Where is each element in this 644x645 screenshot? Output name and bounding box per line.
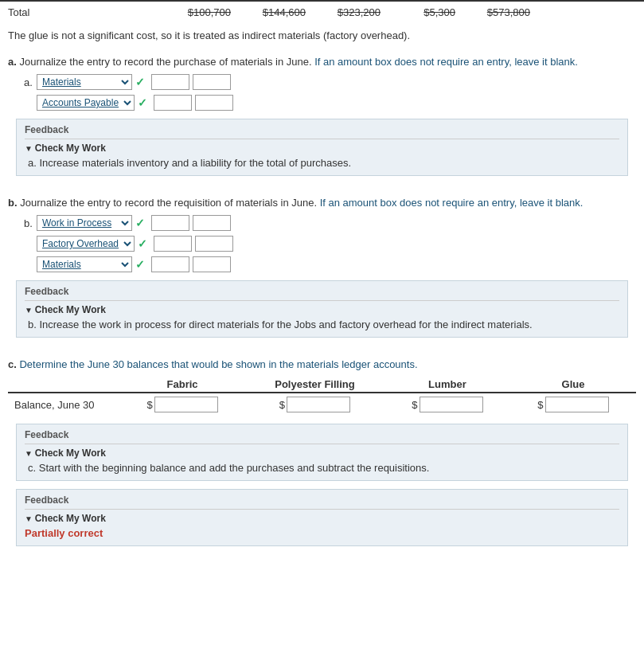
section-a-instruction: a. Journalize the entry to record the pu… <box>8 56 636 68</box>
check-my-work-a[interactable]: Check My Work <box>25 143 619 154</box>
accounts-payable-dropdown-group: Accounts Payable ✓ <box>37 95 150 111</box>
section-b: b. Journalize the entry to record the re… <box>0 190 644 352</box>
materials-b-input-pair <box>151 256 231 272</box>
feedback-b-title: Feedback <box>25 286 619 297</box>
materials-b-dropdown-group: Materials ✓ <box>37 256 148 272</box>
materials-b-checkmark: ✓ <box>135 258 145 271</box>
factory-overhead-input-pair <box>154 236 233 252</box>
materials-dropdown-group: Materials ✓ <box>37 74 148 90</box>
total-label: Total <box>8 6 167 18</box>
feedback-b: Feedback Check My Work b. Increase the w… <box>16 280 628 338</box>
materials-b-debit-input[interactable] <box>151 256 189 272</box>
accounts-payable-debit-input[interactable] <box>154 95 192 111</box>
wip-debit-input[interactable] <box>151 215 189 231</box>
total-val5: $573,800 <box>474 6 530 18</box>
feedback-a-divider <box>25 139 619 139</box>
col-header-polyester: Polyester Filling <box>245 377 384 393</box>
total-val1: $100,700 <box>175 6 231 18</box>
materials-credit-input[interactable] <box>193 74 231 90</box>
lumber-balance-input[interactable] <box>420 397 483 412</box>
materials-input-pair <box>151 74 231 90</box>
accounts-payable-select[interactable]: Accounts Payable <box>37 95 135 111</box>
glue-balance-input[interactable] <box>545 397 609 412</box>
feedback-a-title: Feedback <box>25 124 619 135</box>
col-header-glue: Glue <box>510 377 636 393</box>
accounts-payable-checkmark: ✓ <box>138 96 147 109</box>
section-c: c. Determine the June 30 balances that w… <box>0 352 644 561</box>
partially-correct-label: Partially correct <box>25 527 619 539</box>
materials-b-credit-input[interactable] <box>193 256 231 272</box>
balance-row: Balance, June 30 $ $ $ <box>8 393 636 416</box>
balance-row-label: Balance, June 30 <box>8 393 119 416</box>
factory-overhead-debit-input[interactable] <box>154 236 192 252</box>
materials-debit-input[interactable] <box>151 74 189 90</box>
materials-select[interactable]: Materials <box>37 74 132 90</box>
feedback-c1-divider <box>25 444 619 444</box>
section-c-table: Fabric Polyester Filling Lumber Glue Bal… <box>8 377 636 416</box>
row-b-prefix: b. <box>24 217 37 229</box>
total-val3: $323,200 <box>325 6 381 18</box>
wip-input-pair <box>151 215 231 231</box>
factory-overhead-dropdown-group: Factory Overhead ✓ <box>37 236 150 252</box>
check-my-work-c1[interactable]: Check My Work <box>25 448 619 459</box>
fabric-balance-input[interactable] <box>154 397 218 412</box>
check-my-work-b[interactable]: Check My Work <box>25 304 619 315</box>
feedback-a-text: a. Increase materials inventory and a li… <box>28 157 619 169</box>
wip-select[interactable]: Work in Process <box>37 215 132 231</box>
lumber-input-cell: $ <box>384 393 510 416</box>
total-row: Total $100,700 $144,600 $323,200 $5,300 … <box>0 0 644 23</box>
factory-overhead-checkmark: ✓ <box>138 237 147 250</box>
wip-dropdown-group: Work in Process ✓ <box>37 215 148 231</box>
wip-credit-input[interactable] <box>193 215 231 231</box>
fabric-dollar: $ <box>146 399 152 411</box>
feedback-c1: Feedback Check My Work c. Start with the… <box>16 424 628 481</box>
glue-note: The glue is not a significant cost, so i… <box>0 23 644 49</box>
feedback-c2-title: Feedback <box>25 494 619 506</box>
polyester-dollar: $ <box>279 399 285 411</box>
feedback-b-divider <box>25 300 619 301</box>
col-header-lumber: Lumber <box>384 377 510 393</box>
entry-row-wip: b. Work in Process ✓ <box>24 215 636 231</box>
wip-checkmark: ✓ <box>135 217 145 229</box>
entry-row-accounts-payable: Accounts Payable ✓ <box>24 95 636 111</box>
entry-row-factory-overhead: Factory Overhead ✓ <box>24 236 636 252</box>
fabric-input-cell: $ <box>119 393 245 416</box>
entry-row-materials: a. Materials ✓ <box>24 74 636 90</box>
accounts-payable-input-pair <box>154 95 233 111</box>
col-header-fabric: Fabric <box>119 377 245 393</box>
section-b-instruction: b. Journalize the entry to record the re… <box>8 197 636 209</box>
entry-row-materials-b: Materials ✓ <box>24 256 636 272</box>
factory-overhead-credit-input[interactable] <box>195 236 233 252</box>
section-c-instruction: c. Determine the June 30 balances that w… <box>8 358 636 370</box>
lumber-dollar: $ <box>412 399 417 411</box>
feedback-c2: Feedback Check My Work Partially correct <box>16 489 628 546</box>
section-a: a. Journalize the entry to record the pu… <box>0 49 644 190</box>
materials-b-select[interactable]: Materials <box>37 256 132 272</box>
accounts-payable-credit-input[interactable] <box>195 95 233 111</box>
feedback-c2-divider <box>25 509 619 510</box>
glue-input-cell: $ <box>510 393 636 416</box>
feedback-c1-title: Feedback <box>25 429 619 440</box>
check-my-work-c2[interactable]: Check My Work <box>25 513 619 524</box>
feedback-a: Feedback Check My Work a. Increase mater… <box>16 119 628 176</box>
materials-checkmark: ✓ <box>135 76 145 88</box>
feedback-b-text: b. Increase the work in process for dire… <box>28 319 619 330</box>
polyester-input-cell: $ <box>245 393 384 416</box>
col-header-empty <box>8 377 119 393</box>
factory-overhead-select[interactable]: Factory Overhead <box>37 236 135 252</box>
glue-dollar: $ <box>537 399 543 411</box>
total-val4: $5,300 <box>400 6 455 18</box>
row-a-prefix: a. <box>24 76 37 88</box>
total-val2: $144,600 <box>250 6 306 18</box>
feedback-c1-text: c. Start with the beginning balance and … <box>28 462 619 474</box>
polyester-balance-input[interactable] <box>287 397 350 412</box>
